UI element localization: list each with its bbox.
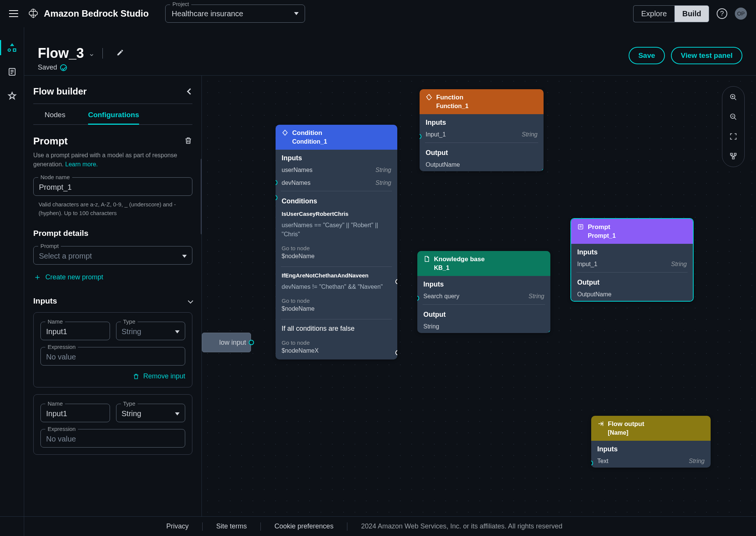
condition-icon — [282, 129, 288, 136]
prompt-node[interactable]: Prompt Prompt_1 Inputs Input_1String Out… — [570, 218, 694, 302]
brand-logo: Amazon Bedrock Studio — [27, 8, 149, 20]
plus-icon: ＋ — [33, 271, 42, 283]
input-expression-field[interactable]: Expression No value — [40, 347, 185, 366]
fit-screen-icon[interactable] — [729, 132, 738, 141]
project-name: Healthcare insurance — [172, 9, 243, 18]
remove-input-link[interactable]: Remove input — [40, 372, 185, 380]
input-name-field[interactable]: Name Input1 — [40, 404, 110, 422]
zoom-tools — [722, 86, 745, 167]
view-test-panel-button[interactable]: View test panel — [671, 47, 742, 64]
project-selector[interactable]: Project Healthcare insurance — [165, 5, 305, 23]
prompt-section-title: Prompt — [33, 135, 68, 147]
brain-icon — [27, 8, 39, 20]
svg-line-10 — [734, 98, 736, 100]
help-icon[interactable]: ? — [717, 8, 727, 19]
prompt-select-label: Prompt — [38, 243, 61, 249]
rail-docs-icon[interactable] — [7, 67, 17, 77]
svg-rect-1 — [13, 49, 16, 51]
knowledge-base-node[interactable]: Knowledge base KB_1 Inputs Search queryS… — [417, 251, 550, 333]
prompt-details-heading: Prompt details — [33, 229, 192, 238]
learn-more-link[interactable]: Learn more. — [65, 161, 98, 167]
svg-rect-18 — [733, 157, 734, 159]
brand-text: Amazon Bedrock Studio — [44, 8, 149, 19]
saved-check-icon — [60, 64, 67, 71]
caret-down-icon — [175, 330, 180, 333]
build-tab[interactable]: Build — [674, 5, 709, 22]
input-type-field[interactable]: Type String — [116, 404, 186, 422]
flow-input-node[interactable]: low input — [202, 333, 251, 352]
output-port[interactable] — [249, 340, 254, 345]
input-type-field[interactable]: Type String — [116, 322, 186, 340]
input-name-field[interactable]: Name Input1 — [40, 322, 110, 340]
footer-cookies[interactable]: Cookie preferences — [274, 522, 333, 530]
footer-copyright: 2024 Amazon Web Services, Inc. or its af… — [361, 522, 562, 530]
caret-down-icon — [175, 412, 180, 415]
flow-input-label: low input — [219, 339, 246, 347]
collapse-panel-icon[interactable] — [187, 88, 194, 95]
divider — [33, 104, 192, 104]
input-card: Name Input1 Type String Expression No va… — [33, 312, 192, 387]
prompt-icon — [577, 223, 584, 230]
caret-down-icon — [294, 12, 299, 15]
prompt-section-desc: Use a prompt paired with a model as part… — [33, 151, 192, 169]
tab-nodes[interactable]: Nodes — [45, 111, 65, 125]
svg-line-14 — [734, 118, 736, 120]
save-button[interactable]: Save — [629, 47, 665, 64]
svg-point-0 — [8, 49, 11, 51]
tab-configurations[interactable]: Configurations — [88, 111, 139, 125]
flow-title: Flow_3 — [38, 45, 84, 61]
inputs-heading: Inputs — [33, 296, 57, 305]
create-new-prompt-link[interactable]: ＋ Create new prompt — [33, 271, 192, 283]
svg-rect-16 — [731, 153, 733, 155]
input-expression-field[interactable]: Expression No value — [40, 429, 185, 448]
user-avatar[interactable]: OP — [735, 8, 747, 20]
delete-node-icon[interactable] — [184, 136, 192, 147]
project-label: Project — [170, 1, 191, 7]
zoom-in-icon[interactable] — [729, 93, 738, 102]
layout-icon[interactable] — [729, 152, 738, 161]
flow-output-node[interactable]: Flow output [Name] Inputs TextString — [591, 416, 711, 468]
prompt-select-placeholder: Select a prompt — [39, 252, 92, 260]
divider — [102, 48, 103, 59]
footer-privacy[interactable]: Privacy — [166, 522, 189, 530]
flow-title-dropdown-icon[interactable]: ⌄ — [88, 49, 95, 58]
node-name-field[interactable]: Node name Prompt_1 — [33, 177, 192, 196]
node-name-help: Valid characters are a-z, A-Z, 0-9, _ (u… — [33, 200, 192, 217]
inputs-collapse-icon[interactable] — [188, 298, 193, 304]
function-node[interactable]: Function Function_1 Inputs Input_1String… — [420, 89, 544, 171]
saved-label: Saved — [38, 64, 57, 71]
svg-rect-17 — [734, 153, 736, 155]
condition-node[interactable]: Condition Condition_1 Inputs userNamesSt… — [276, 125, 397, 359]
zoom-out-icon[interactable] — [729, 112, 738, 121]
input-card: Name Input1 Type String Expression No va… — [33, 394, 192, 455]
rail-flows-icon[interactable] — [7, 42, 17, 53]
create-new-prompt-label: Create new prompt — [45, 273, 103, 281]
rail-star-icon[interactable] — [7, 91, 17, 101]
explore-tab[interactable]: Explore — [633, 5, 674, 22]
panel-title: Flow builder — [33, 86, 87, 97]
node-name-value: Prompt_1 — [39, 183, 187, 192]
prompt-select[interactable]: Prompt Select a prompt — [33, 246, 192, 265]
output-icon — [597, 420, 604, 427]
menu-icon[interactable] — [9, 10, 18, 17]
document-icon — [423, 256, 430, 262]
node-name-label: Node name — [38, 174, 72, 180]
caret-down-icon — [182, 255, 187, 258]
footer-site-terms[interactable]: Site terms — [216, 522, 247, 530]
edit-icon[interactable] — [116, 49, 124, 58]
function-icon — [426, 94, 432, 101]
